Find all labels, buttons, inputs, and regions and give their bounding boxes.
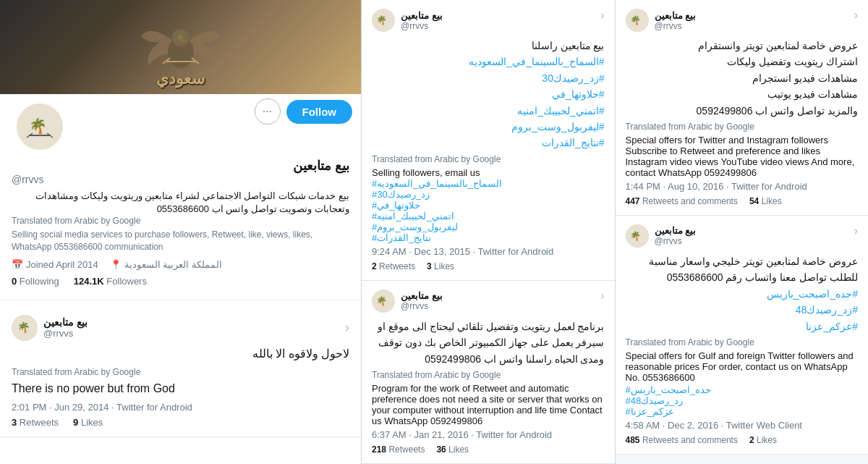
panel-tweet-header-1: 🌴 بيع متابعين @rrvvs › bbox=[372, 9, 605, 32]
tweet4-translated-hashtags: #حده_اصبحت_باريس #زد_رصيدك48 #عزكم_عزنا bbox=[626, 384, 859, 417]
left-panel: 🌴 سعودي 🌴 ··· Follow بيع متابعين bbox=[0, 0, 362, 464]
tweet4-translated-text: Special offers for Gulf and foreign Twit… bbox=[626, 350, 859, 383]
tweet4-arabic-text: عروض خاصة لمتابعين تويتر خليجي واسعار من… bbox=[626, 253, 859, 334]
left-tweet-stats: 3 Retweets 9 Likes bbox=[12, 417, 349, 428]
calendar-icon: 📅 bbox=[12, 259, 23, 270]
svg-text:🌴: 🌴 bbox=[17, 321, 30, 334]
panel-chevron-icon-4: › bbox=[854, 224, 858, 237]
tweet-author-handle: @rrvvs bbox=[43, 328, 88, 339]
panel-tweet-handle-4: @rrvvs bbox=[655, 236, 697, 246]
profile-header: 🌴 سعودي 🌴 ··· Follow bbox=[0, 0, 361, 130]
panel-tweet-header-4: 🌴 بيع متابعين @rrvvs › bbox=[626, 224, 859, 248]
panel-tweet-handle-3: @rrvvs bbox=[655, 21, 697, 31]
svg-text:🌴: 🌴 bbox=[630, 230, 641, 241]
svg-text:🌴: 🌴 bbox=[29, 117, 47, 135]
panel-tweet-author-info-4: بيع متابعين @rrvvs bbox=[655, 225, 697, 246]
panel-tweet-author-2: 🌴 بيع متابعين @rrvvs bbox=[372, 290, 443, 313]
tweet-author-info: بيع متابعين @rrvvs bbox=[43, 316, 88, 339]
tweet-author: 🌴 بيع متابعين @rrvvs bbox=[12, 315, 88, 341]
panel-chevron-icon-3: › bbox=[854, 9, 858, 22]
panel-tweet-header-2: 🌴 بيع متابعين @rrvvs › bbox=[372, 290, 605, 313]
tweet3-footer: 447 Retweets and comments 54 Likes bbox=[626, 196, 859, 206]
panel-tweet-name-2: بيع متابعين bbox=[401, 290, 443, 301]
profile-bio-translated: Selling social media services to purchas… bbox=[12, 229, 349, 253]
small-avatar-2: 🌴 bbox=[372, 290, 395, 313]
tweet1-retweets: 2 Retweets bbox=[372, 261, 415, 271]
tweet-header: 🌴 بيع متابعين @rrvvs › bbox=[12, 315, 349, 341]
left-tweet-translated-label: Translated from Arabic by Google bbox=[12, 367, 349, 377]
tweet-author-name: بيع متابعين bbox=[43, 316, 88, 328]
tweet-chevron-icon: › bbox=[345, 320, 349, 335]
panel-tweet-handle-1: @rrvvs bbox=[401, 21, 443, 31]
tweet2-timestamp: 6:37 AM · Jan 21, 2016 · Twitter for And… bbox=[372, 429, 605, 440]
left-tweet-arabic-text: لاحول ولاقوه الا بالله bbox=[12, 345, 349, 363]
tweet3-translated-text: Special offers for Twitter and Instagram… bbox=[626, 135, 859, 178]
panel-tweet-author-info-3: بيع متابعين @rrvvs bbox=[655, 10, 697, 31]
small-avatar-1: 🌴 bbox=[372, 9, 395, 32]
panel-tweet-name-3: بيع متابعين bbox=[655, 10, 697, 21]
svg-text:🌴: 🌴 bbox=[376, 295, 387, 306]
panels-row: 🌴 بيع متابعين @rrvvs › بيع متابعين راسلن… bbox=[362, 0, 868, 464]
panel-tweet-name-4: بيع متابعين bbox=[655, 225, 697, 236]
profile-avatar: 🌴 bbox=[14, 101, 65, 152]
location: 📍 المملكة العربية السعودية bbox=[110, 259, 222, 270]
following-stat: 0 Following bbox=[12, 276, 59, 287]
profile-handle: @rrvvs bbox=[12, 174, 349, 185]
left-tweet-translated-text: There is no power but from God bbox=[12, 380, 349, 397]
panel-chevron-icon-2: › bbox=[600, 290, 604, 303]
joined-date: 📅 Joined April 2014 bbox=[12, 259, 98, 270]
tweet2-arabic-text: برنامج لعمل ريتويت وتفضيل تلقائي ليحتاج … bbox=[372, 319, 605, 367]
tweet1-likes: 3 Likes bbox=[427, 261, 454, 271]
tweet3-translated-label: Translated from Arabic by Google bbox=[626, 122, 859, 132]
svg-text:🌴: 🌴 bbox=[176, 33, 186, 43]
tweet4-likes: 2 Likes bbox=[749, 435, 777, 445]
tweet3-arabic-text: عروض خاصة لمتابعين تويتر وانستقرام اشترا… bbox=[626, 38, 859, 119]
profile-meta: 📅 Joined April 2014 📍 المملكة العربية ال… bbox=[12, 259, 349, 270]
retweets-count: 3 Retweets bbox=[12, 417, 59, 428]
tweet1-translated-text: Selling followers, email us #السماح_بالس… bbox=[372, 167, 605, 243]
more-options-button[interactable]: ··· bbox=[255, 98, 281, 125]
tweet2-translated-text: Program for the work of Retweet and auto… bbox=[372, 383, 605, 426]
left-tweet-card: 🌴 بيع متابعين @rrvvs › لاحول ولاقوه الا … bbox=[0, 306, 361, 437]
left-tweet-timestamp: 2:01 PM · Jun 29, 2014 · Twitter for And… bbox=[12, 402, 349, 413]
location-icon: 📍 bbox=[110, 259, 122, 270]
likes-count: 9 Likes bbox=[73, 417, 103, 428]
tweet-panel-3: 🌴 بيع متابعين @rrvvs › عروض خاصة لمتابعي… bbox=[616, 0, 869, 216]
tweet-avatar: 🌴 bbox=[12, 315, 38, 341]
tweet1-arabic-text: بيع متابعين راسلنا #السماح_بالسينما_في_ا… bbox=[372, 38, 605, 151]
tweet-panel-1: 🌴 بيع متابعين @rrvvs › بيع متابعين راسلن… bbox=[362, 0, 615, 281]
profile-actions: ··· Follow bbox=[255, 98, 353, 125]
panel-tweet-author-info-2: بيع متابعين @rrvvs bbox=[401, 290, 443, 311]
follow-button[interactable]: Follow bbox=[286, 100, 353, 124]
tweet4-timestamp: 4:58 AM · Dec 2, 2016 · Twitter Web Clie… bbox=[626, 420, 859, 431]
tweet4-translated-label: Translated from Arabic by Google bbox=[626, 337, 859, 347]
panel-tweet-header-3: 🌴 بيع متابعين @rrvvs › bbox=[626, 9, 859, 32]
tweet2-footer: 218 Retweets 36 Likes bbox=[372, 444, 605, 455]
panel-chevron-icon-1: › bbox=[600, 9, 604, 22]
bio-translated-label: Translated from Arabic by Google bbox=[12, 216, 349, 226]
tweet2-likes: 36 Likes bbox=[436, 444, 469, 455]
tweet4-footer: 485 Retweets and comments 2 Likes bbox=[626, 435, 859, 445]
panel-tweet-author-1: 🌴 بيع متابعين @rrvvs bbox=[372, 9, 443, 32]
tweet-panel-4: 🌴 بيع متابعين @rrvvs › عروض خاصة لمتابعي… bbox=[616, 216, 869, 455]
middle-panel: 🌴 بيع متابعين @rrvvs › بيع متابعين راسلن… bbox=[362, 0, 616, 464]
cover-photo: 🌴 سعودي bbox=[0, 0, 361, 94]
panel-tweet-author-info-1: بيع متابعين @rrvvs bbox=[401, 10, 443, 31]
divider bbox=[0, 300, 361, 300]
profile-bio-arabic: بيع خدمات شبكات التواصل الاجتماعي لشراء … bbox=[12, 190, 349, 216]
panel-tweet-handle-2: @rrvvs bbox=[401, 301, 443, 311]
tweet2-translated-label: Translated from Arabic by Google bbox=[372, 370, 605, 380]
tweet-panel-2: 🌴 بيع متابعين @rrvvs › برنامج لعمل ريتوي… bbox=[362, 281, 615, 464]
tweet4-retweets: 485 Retweets and comments bbox=[626, 435, 738, 445]
svg-text:🌴: 🌴 bbox=[376, 14, 387, 25]
right-panel: 🌴 بيع متابعين @rrvvs › عروض خاصة لمتابعي… bbox=[616, 0, 869, 464]
followers-stat: 124.1K Followers bbox=[74, 276, 147, 287]
tweet1-footer: 2 Retweets 3 Likes bbox=[372, 261, 605, 271]
tweet3-retweets: 447 Retweets and comments bbox=[626, 196, 738, 206]
panel-tweet-author-4: 🌴 بيع متابعين @rrvvs bbox=[626, 224, 697, 248]
profile-stats: 0 Following 124.1K Followers bbox=[12, 276, 349, 287]
profile-name: بيع متابعين bbox=[12, 158, 349, 174]
small-avatar-3: 🌴 bbox=[626, 9, 649, 32]
tweet3-likes: 54 Likes bbox=[749, 196, 782, 206]
tweet2-retweets: 218 Retweets bbox=[372, 444, 425, 455]
